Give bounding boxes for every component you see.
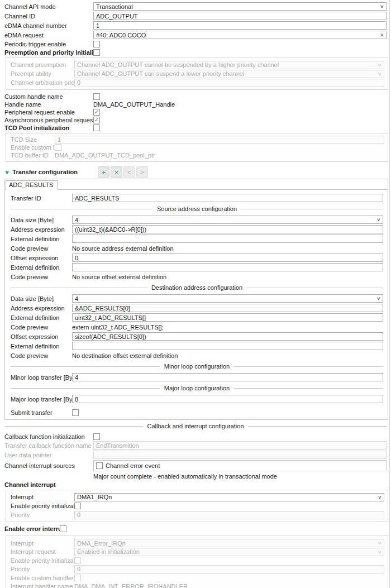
peripheral-request-enable-checkbox[interactable]: ✓ [93, 109, 100, 116]
dst-data-size-row: Data size [Byte]4∨ [11, 294, 383, 303]
channel-enable-priority-initialization-row: Enable priority initialization [11, 501, 384, 510]
preemption-priority-initialization-checkbox[interactable] [93, 49, 100, 56]
asynchronous-peripheral-request-control-area: ✓ [93, 117, 387, 123]
handle-name-value: DMA_ADC_OUTPUT_Handle [93, 101, 175, 108]
error-interrupt-select-label: Interrupt [11, 540, 74, 547]
major-count-note-row: Major count complete - enabled automatic… [4, 472, 387, 480]
callback-function-initialization-checkbox[interactable] [93, 433, 100, 440]
src-code-preview-value: No source address external definition [72, 245, 174, 252]
source-address-separator-line-left [11, 209, 153, 209]
major-loop-separator-line-right [233, 388, 383, 389]
preempt-ability-label: Preempt ability [11, 70, 74, 77]
src-address-expression-label: Address expression [11, 226, 72, 233]
custom-handle-name-checkbox[interactable] [93, 93, 100, 100]
periodic-trigger-enable-label: Periodic trigger enable [4, 41, 93, 47]
preempt-ability-value: Channel ADC_OUTPUT can suspend a lower p… [77, 70, 244, 77]
channel-enable-priority-initialization-label: Enable priority initialization [11, 503, 74, 509]
channel-preemption-control-area: Channel ADC_OUTPUT cannot be suspended b… [74, 61, 384, 69]
src-data-size-label: Data size [Byte] [11, 217, 72, 223]
channel-interrupt-select-control-area: DMA1_IRQn∨ [74, 493, 384, 501]
error-interrupt-request-row: Interrupt requestEnabled in initializati… [11, 548, 384, 557]
callback-separator-label: Callback and interrupt configuration [147, 423, 244, 429]
preemption-priority-group: Channel preemptionChannel ADC_OUTPUT can… [6, 58, 388, 90]
channel-interrupt-select-value: DMA1_IRQn [77, 494, 112, 500]
dst-external-definition-input[interactable]: uint32_t ADC_RESULTS[] [72, 313, 383, 322]
asynchronous-peripheral-request-row: Asynchronous peripheral request✓ [4, 116, 387, 124]
peripheral-request-enable-label: Peripheral request enable [4, 109, 93, 116]
move-transfer-left-button: < [123, 166, 135, 178]
src-data-size-select[interactable]: 4∨ [72, 216, 383, 224]
enable-custom-handler-name-label: Enable custom handler name [11, 575, 74, 581]
transfer-id-label: Transfer ID [11, 195, 72, 202]
channel-enable-priority-initialization-checkbox[interactable] [74, 503, 81, 509]
channel-interrupt-select-select[interactable]: DMA1_IRQn∨ [74, 493, 384, 501]
destination-address-separator: Destination address configuration [11, 281, 383, 294]
src-address-expression-input[interactable]: ((uint32_t)(&ADC0->R[0])) [72, 225, 383, 233]
edma-request-select[interactable]: #40: ADC0 COCO∨ [93, 31, 387, 39]
channel-id-input[interactable]: ADC_OUTPUT [93, 12, 387, 20]
channel-arbitration-priority-value: 0 [77, 79, 80, 86]
error-interrupt-request-label: Interrupt request [11, 548, 74, 555]
tcd-pool-initialization-label: TCD Pool initialization [4, 125, 93, 131]
add-transfer-button[interactable]: + [98, 166, 109, 178]
enable-error-interrupt-label: Enable error interrupt [4, 525, 60, 532]
tcd-buffer-id-row: TCD buffer IDDMA_ADC_OUTPUT_TCD_pool_ptr [11, 151, 384, 159]
tcd-size-value: 1 [58, 136, 61, 143]
dst-offset-external-definition-label: External definition [11, 343, 72, 350]
tcd-pool-initialization-checkbox[interactable] [93, 125, 100, 131]
submit-transfer-checkbox[interactable] [72, 409, 79, 416]
channel-id-row: Channel IDADC_OUTPUT [4, 11, 387, 21]
channel-api-mode-value: Transactional [96, 3, 133, 10]
src-offset-expression-input[interactable]: 0 [72, 254, 383, 262]
transfer-id-input[interactable]: ADC_RESULTS [72, 194, 383, 202]
src-code-preview-label: Code preview [11, 245, 72, 252]
tcd-size-control-area: 1 [55, 136, 384, 144]
tab-adc-results[interactable]: ADC_RESULTS [6, 180, 58, 190]
src-external-definition-row: External definition [11, 234, 383, 243]
channel-priority-input: 0 [74, 511, 384, 519]
destination-address-separator-line-left [11, 288, 147, 288]
src-offset-external-definition-row: External definition [11, 262, 383, 272]
error-interrupt-select-select: DMA_Error_IRQn∨ [74, 539, 384, 547]
minor-loop-transfer-input[interactable]: 4 [72, 373, 383, 381]
destination-address-separator-line-right [246, 288, 383, 288]
checkmark-icon: ✓ [94, 109, 99, 115]
channel-arbitration-priority-input: 0 [74, 79, 384, 87]
remove-transfer-button[interactable]: × [111, 166, 122, 178]
dst-data-size-control-area: 4∨ [72, 294, 383, 303]
enable-error-interrupt-checkbox[interactable] [60, 525, 66, 532]
major-loop-separator-line-left [11, 388, 160, 389]
submit-transfer-label: Submit transfer [11, 409, 72, 416]
error-enable-priority-initialization-control-area [74, 557, 384, 564]
major-loop-transfer-input[interactable]: 8 [72, 395, 383, 403]
channel-interrupt-select-label: Interrupt [11, 494, 74, 500]
preemption-priority-initialization-control-area [93, 49, 387, 56]
checkmark-icon: ✓ [94, 117, 99, 123]
periodic-trigger-enable-checkbox[interactable] [93, 41, 100, 47]
dst-offset-expression-input[interactable]: sizeof(ADC_RESULTS[0]) [72, 332, 383, 341]
dst-address-expression-input[interactable]: &ADC_RESULTS[0] [72, 304, 383, 312]
dst-offset-external-definition-input[interactable] [72, 342, 383, 350]
dst-offset-expression-value: sizeof(ADC_RESULTS[0]) [75, 333, 146, 340]
dst-offset-expression-label: Offset expression [11, 333, 72, 340]
enable-custom-id-checkbox [55, 144, 61, 151]
dst-offset-external-definition-row: External definition [11, 341, 383, 351]
section-expand-chevron-icon[interactable]: ∨ [4, 169, 10, 175]
src-external-definition-input[interactable] [72, 235, 383, 243]
dst-data-size-select[interactable]: 4∨ [72, 294, 383, 303]
transfer-id-value: ADC_RESULTS [75, 195, 119, 202]
error-priority-control-area: 0 [74, 565, 384, 573]
preemption-priority-initialization-row: Preemption and priority initialization [4, 48, 387, 56]
tcd-size-input: 1 [55, 136, 384, 144]
channel-api-mode-select[interactable]: Transactional∨ [93, 2, 387, 11]
channel-error-event-checkbox[interactable] [96, 462, 103, 469]
enable-error-interrupt-row: Enable error interrupt [0, 525, 391, 534]
view-right-border [389, 0, 390, 588]
dst-code-preview-row: Code previewextern uint32_t ADC_RESULTS[… [11, 322, 383, 332]
chevron-down-icon: ∨ [378, 494, 382, 501]
periodic-trigger-enable-row: Periodic trigger enable [4, 40, 387, 48]
src-offset-external-definition-input[interactable] [72, 263, 383, 271]
tcd-pool-initialization-control-area [93, 125, 387, 131]
asynchronous-peripheral-request-checkbox[interactable]: ✓ [93, 117, 100, 123]
edma-channel-number-input[interactable]: 1 [93, 21, 387, 30]
